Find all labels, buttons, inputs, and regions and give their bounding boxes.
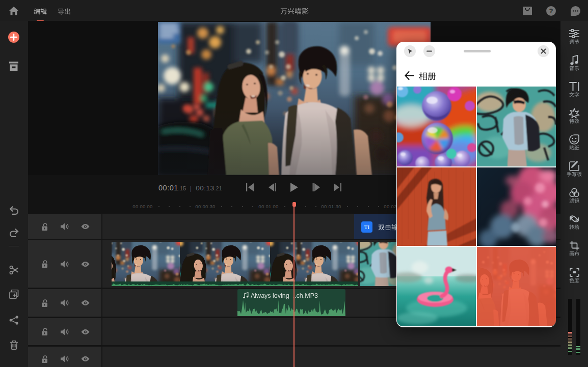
svg-text:?: ? <box>549 7 553 15</box>
